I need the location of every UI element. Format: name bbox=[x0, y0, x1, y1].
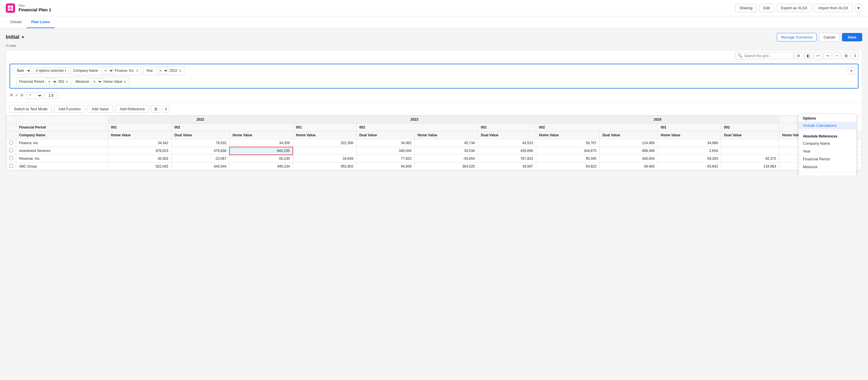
abs-ref-financial-period[interactable]: Financial Period bbox=[799, 155, 856, 163]
p001-2022: 001 bbox=[108, 124, 171, 131]
app-icon bbox=[6, 3, 15, 13]
rows-count: 4 rows bbox=[6, 44, 862, 48]
row1-company: Finance, Inc. bbox=[16, 139, 108, 147]
grid-view-button[interactable]: ◧ bbox=[804, 52, 813, 59]
formula-input-row: ✕ ✓ fx * bbox=[9, 90, 859, 100]
edit-button[interactable]: Edit bbox=[759, 4, 774, 12]
row1-checkbox[interactable] bbox=[6, 139, 16, 147]
delete-row-button[interactable]: 🗑 bbox=[842, 52, 850, 59]
abs-ref-year[interactable]: Year bbox=[799, 147, 856, 155]
tab-details[interactable]: Details bbox=[6, 16, 27, 28]
r4v9: 39,483 bbox=[599, 163, 658, 171]
r1v10: 34,989 bbox=[658, 139, 721, 147]
company-name-operator[interactable]: = bbox=[101, 67, 114, 74]
year-header-row: 2022 2023 2024 bbox=[6, 116, 862, 124]
r3v6: -45,654 bbox=[414, 155, 478, 163]
company-name-label: Company Name bbox=[73, 68, 98, 72]
add-value-button[interactable]: Add Value bbox=[87, 105, 113, 113]
export-button[interactable]: Export as XLSX bbox=[777, 4, 812, 12]
year-close[interactable]: ✕ bbox=[179, 69, 182, 72]
dual-value-h2: Dual Value bbox=[356, 131, 414, 139]
measure-operator[interactable]: = bbox=[90, 78, 102, 85]
tab-plan-lines[interactable]: Plan Lines bbox=[27, 16, 55, 28]
save-button[interactable]: Save bbox=[842, 33, 862, 41]
r2v10: 2,654 bbox=[658, 147, 721, 155]
year-operator[interactable]: = bbox=[156, 67, 168, 74]
abs-ref-measure[interactable]: Measure bbox=[799, 163, 856, 171]
scenario-dropdown-button[interactable]: ▾ bbox=[22, 34, 24, 40]
add-function-button[interactable]: Add Function bbox=[54, 105, 85, 113]
r3v4: 34,939 bbox=[293, 155, 356, 163]
period-header-row: Financial Period 001 002 001 002 001 002… bbox=[6, 124, 862, 131]
info-button[interactable]: ℹ bbox=[852, 52, 859, 59]
multiplier-row: * bbox=[26, 92, 58, 99]
options-selected-pill: 4 options selected ▾ bbox=[33, 67, 69, 74]
checkbox-header bbox=[6, 116, 16, 124]
include-calculations-item[interactable]: Include Calculations bbox=[799, 122, 856, 129]
p001-2023b: 001 bbox=[478, 124, 536, 131]
formula-cancel-button[interactable]: ✕ bbox=[9, 92, 13, 98]
measure-header-row: Company Name Home Value Dual Value Home … bbox=[6, 131, 862, 139]
period-filter: Financial Period = 002 ✕ bbox=[17, 77, 71, 86]
row2-checkbox[interactable] bbox=[6, 147, 16, 155]
grid-toolbar: 🔍 ⚙ ◧ ↩ ↪ + 🗑 ℹ bbox=[6, 50, 862, 61]
year-label: Year bbox=[146, 68, 153, 72]
sharing-button[interactable]: Sharing bbox=[735, 4, 757, 12]
options-selected-arrow[interactable]: ▾ bbox=[65, 69, 66, 72]
header-more-dropdown[interactable]: ▾ bbox=[855, 4, 862, 12]
r1v4: 322,356 bbox=[293, 139, 356, 147]
r3v5: 77,823 bbox=[356, 155, 414, 163]
formula-area-inner: Sum 4 options selected ▾ Company Name = … bbox=[9, 64, 859, 89]
top-header: Plan Financial Plan 1 Sharing Edit Expor… bbox=[0, 0, 868, 16]
scenario-left: Initial ▾ bbox=[6, 34, 24, 40]
import-button[interactable]: Import from XLSX bbox=[814, 4, 852, 12]
filter-expand-button[interactable]: ▾ bbox=[848, 67, 855, 75]
dual-value-h1: Dual Value bbox=[171, 131, 229, 139]
search-box[interactable]: 🔍 bbox=[735, 52, 793, 59]
scenario-right: Manage Scenarios Cancel Save bbox=[777, 33, 862, 41]
r2v5: 340,934 bbox=[356, 147, 414, 155]
main-content: Initial ▾ Manage Scenarios Cancel Save 4… bbox=[0, 28, 868, 175]
row4-checkbox[interactable] bbox=[6, 163, 16, 171]
add-reference-button[interactable]: Add Reference bbox=[116, 105, 149, 113]
abs-ref-company-name[interactable]: Company Name bbox=[799, 140, 856, 147]
financial-period-header: Financial Period bbox=[16, 124, 108, 131]
measure-label: Measure bbox=[75, 80, 89, 84]
row4-company: ABC Group bbox=[16, 163, 108, 171]
content-with-panel: 🔍 ⚙ ◧ ↩ ↪ + 🗑 ℹ bbox=[6, 50, 862, 171]
undo-button[interactable]: ↩ bbox=[814, 52, 822, 59]
header-right: Sharing Edit Export as XLSX Import from … bbox=[735, 4, 862, 12]
grid-settings-button[interactable]: ⚙ bbox=[794, 52, 803, 59]
delete-formula-button[interactable]: 🗑 bbox=[151, 105, 160, 113]
multiplier-select[interactable]: * bbox=[26, 92, 42, 99]
multiplier-value[interactable] bbox=[44, 92, 58, 99]
scenario-bar: Initial ▾ Manage Scenarios Cancel Save bbox=[6, 33, 862, 41]
home-value-h6: Home Value bbox=[658, 131, 721, 139]
r4v2: 645,644 bbox=[171, 163, 229, 171]
row3-checkbox[interactable] bbox=[6, 155, 16, 163]
home-value-h5: Home Value bbox=[536, 131, 599, 139]
redo-button[interactable]: ↪ bbox=[824, 52, 832, 59]
manage-scenarios-button[interactable]: Manage Scenarios bbox=[777, 33, 817, 41]
switch-text-mode-button[interactable]: Switch to Text Mode bbox=[9, 105, 52, 113]
cancel-button[interactable]: Cancel bbox=[819, 33, 839, 41]
aggregate-select[interactable]: Sum bbox=[13, 67, 31, 75]
period-label: Financial Period bbox=[19, 80, 44, 84]
table-row: Finance, Inc. 34,342 76,532 34,356 322,3… bbox=[6, 139, 862, 147]
year-2023-header: 2023 bbox=[293, 116, 536, 124]
measure-close[interactable]: ✕ bbox=[124, 80, 127, 84]
period-close[interactable]: ✕ bbox=[65, 80, 69, 84]
r3v11: 82,372 bbox=[721, 155, 779, 163]
period-operator[interactable]: = bbox=[45, 78, 57, 85]
row3-company: Revenue, Inc. bbox=[16, 155, 108, 163]
year-filter: Year = 2022 ✕ bbox=[143, 66, 184, 75]
row2-company: Investment Services bbox=[16, 147, 108, 155]
formula-accept-button[interactable]: ✓ bbox=[15, 92, 19, 98]
company-name-close[interactable]: ✕ bbox=[136, 69, 139, 72]
grid-panel: 🔍 ⚙ ◧ ↩ ↪ + 🗑 ℹ bbox=[6, 50, 862, 171]
measure-checkbox-header bbox=[6, 131, 16, 139]
search-input[interactable] bbox=[744, 54, 785, 58]
formula-info-button[interactable]: ℹ bbox=[163, 105, 169, 113]
add-row-button[interactable]: + bbox=[833, 52, 840, 59]
r2v6: 34,534 bbox=[414, 147, 478, 155]
